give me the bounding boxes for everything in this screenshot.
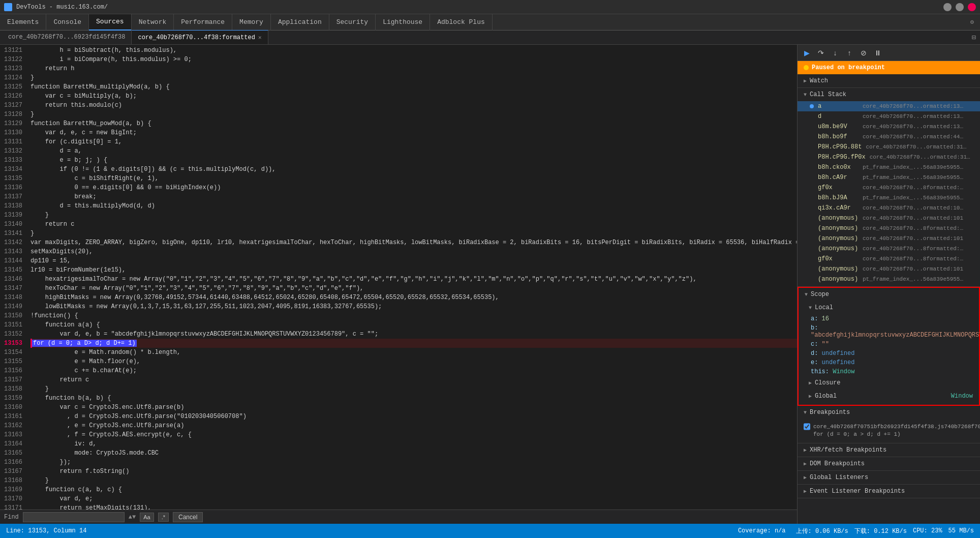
call-stack-item[interactable]: qi3x.cA9r core_40b7268f70...ormatted:104… bbox=[798, 203, 980, 213]
call-stack-item[interactable]: P8H.cP9G.88t core_40b7268f70...ormatted:… bbox=[798, 142, 980, 152]
deactivate-breakpoints-button[interactable]: ⊘ bbox=[859, 48, 869, 58]
watch-header[interactable]: ▶ Watch bbox=[798, 74, 980, 87]
maximize-button[interactable] bbox=[956, 3, 964, 11]
line-number[interactable]: 13122 bbox=[0, 55, 22, 64]
line-number[interactable]: 13159 bbox=[0, 394, 22, 403]
line-number[interactable]: 13170 bbox=[0, 494, 22, 503]
tab-sources[interactable]: Sources bbox=[89, 14, 132, 31]
line-number[interactable]: 13130 bbox=[0, 128, 22, 137]
line-number[interactable]: 13147 bbox=[0, 284, 22, 293]
cancel-find-button[interactable]: Cancel bbox=[173, 512, 203, 522]
line-number[interactable]: 13162 bbox=[0, 421, 22, 430]
line-number[interactable]: 13161 bbox=[0, 412, 22, 421]
line-number[interactable]: 13164 bbox=[0, 439, 22, 449]
line-number[interactable]: 13135 bbox=[0, 174, 22, 183]
line-number[interactable]: 13146 bbox=[0, 275, 22, 284]
tab-console[interactable]: Console bbox=[46, 14, 89, 31]
call-stack-item[interactable]: gf0x core_40b7268f70...8formatted:63 bbox=[798, 183, 980, 193]
event-listeners-header[interactable]: ▶ Event Listener Breakpoints bbox=[798, 485, 980, 498]
line-number[interactable]: 13127 bbox=[0, 101, 22, 110]
line-number[interactable]: 13165 bbox=[0, 449, 22, 458]
line-number[interactable]: 13144 bbox=[0, 256, 22, 265]
call-stack-item[interactable]: (anonymous) core_40b7268f70...ormatted:1… bbox=[798, 233, 980, 244]
call-stack-item[interactable]: u8m.be9V core_40b7268f70...ormatted:1329… bbox=[798, 122, 980, 132]
call-stack-item[interactable]: b8h.cA9r pt_frame_index_...56a839e5955:6… bbox=[798, 172, 980, 183]
call-stack-item[interactable]: d core_40b7268f70...ormatted:13177 bbox=[798, 111, 980, 122]
line-number[interactable]: 13140 bbox=[0, 220, 22, 229]
call-stack-item[interactable]: (anonymous) core_40b7268f70...8formatted… bbox=[798, 244, 980, 254]
line-number[interactable]: 13132 bbox=[0, 146, 22, 156]
pause-on-exceptions-button[interactable]: ⏸ bbox=[873, 48, 883, 58]
line-number[interactable]: 13137 bbox=[0, 192, 22, 201]
tab-security[interactable]: Security bbox=[329, 14, 376, 31]
line-number[interactable]: 13169 bbox=[0, 485, 22, 494]
call-stack-item[interactable]: gf0x core_40b7268f70...8formatted:63 bbox=[798, 254, 980, 264]
close-button[interactable] bbox=[968, 3, 976, 11]
settings-icon[interactable]: ⚙ bbox=[964, 18, 980, 26]
call-stack-item[interactable]: b8h.bo9f core_40b7268f70...ormatted:4433… bbox=[798, 132, 980, 142]
file-tab-1[interactable]: core_40b7268f70...6923fd145f4f38 bbox=[2, 30, 132, 44]
tab-application[interactable]: Application bbox=[271, 14, 329, 31]
tab-network[interactable]: Network bbox=[132, 14, 174, 31]
line-number[interactable]: 13124 bbox=[0, 73, 22, 82]
line-number[interactable]: 13131 bbox=[0, 137, 22, 146]
global-listeners-header[interactable]: ▶ Global Listeners bbox=[798, 471, 980, 484]
line-number[interactable]: 13123 bbox=[0, 64, 22, 73]
line-number[interactable]: 13150 bbox=[0, 311, 22, 320]
line-number[interactable]: 13151 bbox=[0, 320, 22, 330]
line-number[interactable]: 13138 bbox=[0, 201, 22, 211]
line-number[interactable]: 13153 bbox=[0, 339, 22, 348]
scope-header[interactable]: ▼ Scope bbox=[799, 288, 979, 301]
line-number[interactable]: 13166 bbox=[0, 458, 22, 467]
regex-button[interactable]: .* bbox=[158, 513, 169, 522]
call-stack-item[interactable]: (anonymous) core_40b7268f70...ormatted:1… bbox=[798, 264, 980, 274]
call-stack-item[interactable]: b8h.bJ9A pt_frame_index_...56a839e5955:6… bbox=[798, 193, 980, 203]
call-stack-header[interactable]: ▼ Call Stack bbox=[798, 88, 980, 101]
line-number[interactable]: 13168 bbox=[0, 476, 22, 485]
tab-elements[interactable]: Elements bbox=[0, 14, 46, 31]
breakpoints-header[interactable]: ▼ Breakpoints bbox=[798, 406, 980, 419]
local-header[interactable]: ▼ Local bbox=[799, 301, 979, 314]
line-number[interactable]: 13126 bbox=[0, 92, 22, 101]
line-number[interactable]: 13136 bbox=[0, 183, 22, 192]
code-content[interactable]: h = biSubtract(h, this.modulus), i = biC… bbox=[26, 45, 797, 510]
toggle-panel-icon[interactable]: ⊟ bbox=[972, 33, 976, 42]
line-number[interactable]: 13125 bbox=[0, 82, 22, 92]
xhr-header[interactable]: ▶ XHR/fetch Breakpoints bbox=[798, 443, 980, 457]
call-stack-item[interactable]: (anonymous) core_40b7268f70...ormatted:1… bbox=[798, 213, 980, 223]
line-number[interactable]: 13154 bbox=[0, 348, 22, 357]
line-number[interactable]: 13158 bbox=[0, 384, 22, 394]
closure-header[interactable]: ▶ Closure bbox=[799, 376, 979, 390]
line-number[interactable]: 13148 bbox=[0, 293, 22, 302]
line-number[interactable]: 13129 bbox=[0, 119, 22, 128]
global-header[interactable]: ▶ Global Window bbox=[799, 390, 979, 403]
line-number[interactable]: 13143 bbox=[0, 247, 22, 256]
line-number[interactable]: 13157 bbox=[0, 375, 22, 384]
call-stack-item[interactable]: a core_40b7268f70...ormatted:13153 bbox=[798, 101, 980, 111]
step-out-button[interactable]: ↑ bbox=[844, 48, 854, 58]
find-arrows[interactable]: ▲▼ bbox=[129, 514, 136, 521]
minimize-button[interactable] bbox=[943, 3, 952, 11]
tab-adblock[interactable]: Adblock Plus bbox=[430, 14, 493, 31]
line-number[interactable]: 13149 bbox=[0, 302, 22, 311]
line-number[interactable]: 13128 bbox=[0, 110, 22, 119]
find-input[interactable] bbox=[23, 512, 125, 522]
tab-memory[interactable]: Memory bbox=[232, 14, 271, 31]
breakpoint-checkbox-1[interactable] bbox=[804, 423, 810, 430]
line-number[interactable]: 13142 bbox=[0, 238, 22, 247]
tab-performance[interactable]: Performance bbox=[174, 14, 232, 31]
line-number[interactable]: 13152 bbox=[0, 330, 22, 339]
line-number[interactable]: 13171 bbox=[0, 503, 22, 510]
line-number[interactable]: 13139 bbox=[0, 211, 22, 220]
step-over-button[interactable]: ↷ bbox=[816, 48, 826, 58]
line-number[interactable]: 13121 bbox=[0, 46, 22, 55]
match-case-button[interactable]: Aa bbox=[140, 513, 154, 522]
call-stack-item[interactable]: (anonymous) pt_frame_index_...56a839e595… bbox=[798, 274, 980, 284]
line-number[interactable]: 13160 bbox=[0, 403, 22, 412]
line-number[interactable]: 13133 bbox=[0, 156, 22, 165]
dom-header[interactable]: ▶ DOM Breakpoints bbox=[798, 457, 980, 470]
line-number[interactable]: 13167 bbox=[0, 467, 22, 476]
line-number[interactable]: 13141 bbox=[0, 229, 22, 238]
file-tab-2[interactable]: core_40b7268f70...4f38:formatted ✕ bbox=[132, 30, 268, 44]
call-stack-item[interactable]: P8H.cP9G.fP0x core_40b7268f70...ormatted… bbox=[798, 152, 980, 162]
